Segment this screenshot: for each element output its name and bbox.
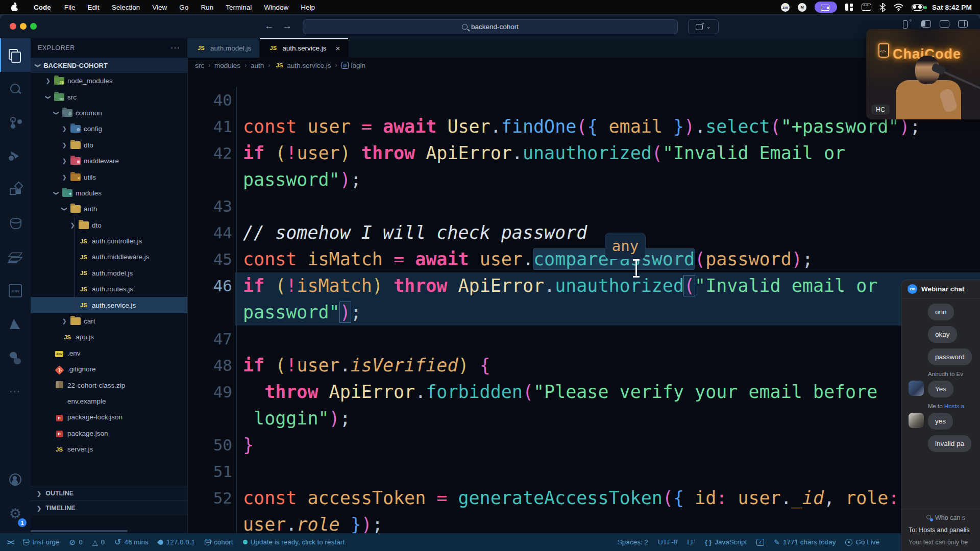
chevron-icon[interactable]: ❯ [69, 222, 76, 229]
code-line-49[interactable]: 49 throw ApiError.forbidden("Please veri… [188, 379, 980, 405]
chat-recipient-row[interactable]: To: Hosts and panelis [901, 527, 980, 534]
tab-auth.service.js[interactable]: JSauth.service.js× [260, 38, 349, 58]
toggle-panel-icon[interactable] [940, 20, 949, 28]
activity-bar-search-icon[interactable] [0, 72, 31, 106]
code-line-52[interactable]: 52const accessToken = generateAccessToke… [188, 485, 980, 511]
tree-item-app.js[interactable]: JSapp.js [31, 329, 187, 345]
webcam-overlay[interactable]: ChaiCode HC [866, 29, 980, 119]
code-line-40[interactable]: 40 [188, 87, 980, 113]
tree-item-dto[interactable]: ❯dto [31, 137, 187, 153]
tab-close-icon[interactable]: × [336, 44, 340, 53]
toggle-secondary-sidebar-icon[interactable] [958, 20, 968, 28]
menu-item-help[interactable]: Help [295, 4, 321, 11]
activity-bar-prism-icon[interactable] [0, 308, 31, 341]
tree-item-auth.routes.js[interactable]: JSauth.routes.js [31, 281, 187, 297]
zoom-menubar-icon[interactable]: zm [781, 3, 790, 12]
code-line-wrap[interactable]: password"); [188, 166, 980, 193]
menu-item-code[interactable]: Code [28, 4, 58, 11]
sidebar-panel-outline[interactable]: ❯OUTLINE [31, 486, 187, 500]
menu-item-run[interactable]: Run [194, 4, 219, 11]
tab-auth.model.js[interactable]: JSauth.model.js [188, 38, 260, 58]
activity-bar-settings-button[interactable]: ⚙1 [0, 496, 31, 530]
menu-item-window[interactable]: Window [258, 4, 295, 11]
status-item-insforge[interactable]: InsForge [23, 538, 59, 546]
tree-item-dto[interactable]: ❯dto [31, 217, 187, 233]
window-close-button[interactable] [10, 23, 16, 30]
breadcrumb-item-auth[interactable]: auth [251, 62, 264, 69]
tree-item-auth.model.js[interactable]: JSauth.model.js [31, 265, 187, 281]
tree-item-auth.service.js[interactable]: JSauth.service.js [31, 297, 187, 313]
chevron-icon[interactable]: ❯ [61, 126, 67, 132]
tree-root-backend-cohort[interactable]: ❯ BACKEND-COHORT [31, 58, 187, 73]
tree-item-auth.controller.js[interactable]: JSauth.controller.js [31, 233, 187, 249]
window-minimize-button[interactable] [20, 23, 27, 30]
menu-item-file[interactable]: File [58, 4, 82, 11]
status-item-1771-chars-today[interactable]: 1771 chars today [774, 538, 836, 546]
tree-item-server.js[interactable]: JSserver.js [31, 441, 187, 457]
activity-bar-run-debug-icon[interactable] [0, 139, 31, 173]
status-item-snooze[interactable] [756, 539, 764, 546]
screen-share-active-icon[interactable] [815, 2, 837, 13]
status-item-utf-8[interactable]: UTF-8 [658, 538, 677, 546]
activity-bar-extensions-icon[interactable] [0, 173, 31, 207]
code-line-44[interactable]: 44// somehow I will check password [188, 219, 980, 246]
status-item-spaces-2[interactable]: Spaces: 2 [618, 538, 648, 546]
chevron-icon[interactable]: ❯ [61, 142, 67, 148]
code-line-45[interactable]: 45const isMatch = await user.comparePass… [188, 246, 980, 272]
tree-item-22-cohort-class.zip[interactable]: 22-cohort-class.zip [31, 377, 187, 393]
chevron-icon[interactable]: ❯ [53, 110, 60, 116]
tree-item-modules[interactable]: ❯modules [31, 185, 187, 201]
status-item-remote[interactable]: >< [7, 538, 13, 546]
code-editor[interactable]: 4041const user = await User.findOne({ em… [188, 73, 980, 533]
chevron-icon[interactable]: ❯ [45, 78, 51, 84]
title-bar[interactable]: ← → backend-cohort ⌄ [0, 15, 980, 38]
sidebar-panel-timeline[interactable]: ❯TIMELINE [31, 500, 187, 515]
tree-item-.env[interactable]: .env [31, 345, 187, 361]
activity-bar-source-control-icon[interactable] [0, 106, 31, 139]
chevron-icon[interactable]: ❯ [61, 206, 68, 212]
code-line-wrap[interactable]: loggin"); [188, 405, 980, 432]
window-manager-icon[interactable] [845, 4, 853, 11]
toggle-sidebar-icon[interactable] [921, 20, 931, 28]
status-item-update-is-ready-click-to-restart[interactable]: Update is ready, click to restart. [243, 538, 347, 546]
status-item-lf[interactable]: LF [687, 538, 695, 546]
code-line-wrap[interactable]: user.role }); [188, 511, 980, 533]
m-app-menubar-icon[interactable]: M [798, 3, 806, 12]
code-line-46[interactable]: 46if (!isMatch) throw ApiError.unauthori… [188, 272, 980, 299]
chevron-icon[interactable]: ❯ [45, 94, 52, 100]
input-source-icon[interactable] [862, 4, 871, 11]
code-line-41[interactable]: 41const user = await User.findOne({ emai… [188, 113, 980, 140]
status-item-cohort[interactable]: cohort [205, 538, 233, 546]
tree-item-env.example[interactable]: env.example [31, 393, 187, 409]
copilot-menu-button[interactable]: ⌄ [688, 19, 719, 34]
status-item-0[interactable]: 0 [92, 538, 105, 546]
tree-item-common[interactable]: ❯common [31, 105, 187, 121]
chevron-icon[interactable]: ❯ [53, 190, 60, 196]
explorer-actions-button[interactable]: ··· [170, 43, 180, 53]
apple-menu-icon[interactable] [11, 3, 18, 11]
tree-item-middleware[interactable]: ❯middleware [31, 153, 187, 169]
tree-item-node-modules[interactable]: ❯node_modules [31, 73, 187, 89]
activity-bar-more-icon[interactable]: ··· [0, 375, 31, 409]
navigate-back-button[interactable]: ← [264, 20, 274, 32]
command-center-search[interactable]: backend-cohort [303, 19, 678, 34]
split-editor-icon[interactable] [903, 20, 913, 28]
breadcrumb-item-login[interactable]: @login [341, 62, 366, 69]
bluetooth-icon[interactable] [879, 3, 886, 12]
tree-item-cart[interactable]: ❯cart [31, 313, 187, 329]
code-line-43[interactable]: 43 [188, 193, 980, 219]
activity-bar-database-icon[interactable] [0, 207, 31, 240]
menu-item-edit[interactable]: Edit [82, 4, 106, 11]
chat-input-placeholder[interactable]: Your text can only be [901, 539, 980, 546]
window-zoom-button[interactable] [30, 23, 37, 30]
breadcrumb-item-src[interactable]: src [195, 62, 204, 69]
tree-item-package.json[interactable]: package.json [31, 425, 187, 441]
code-line-51[interactable]: 51 [188, 458, 980, 485]
tree-item-.gitignore[interactable]: .gitignore [31, 361, 187, 377]
status-item-127-0-0-1[interactable]: 127.0.0.1 [158, 538, 195, 546]
chat-header[interactable]: zm Webinar chat [901, 280, 980, 298]
tree-item-auth[interactable]: ❯auth [31, 201, 187, 217]
status-item-0[interactable]: 0 [69, 538, 83, 547]
chevron-icon[interactable]: ❯ [61, 158, 67, 164]
navigate-forward-button[interactable]: → [282, 20, 292, 32]
